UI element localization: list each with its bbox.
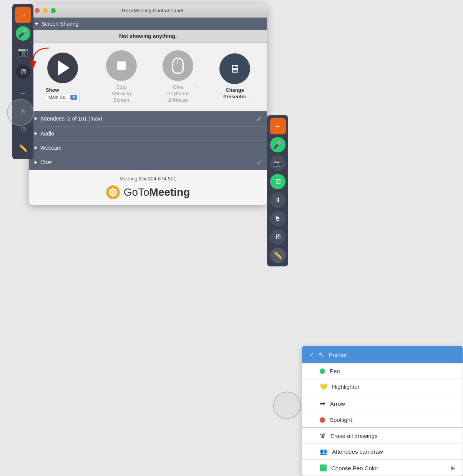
right-sidebar-btn-screen[interactable]: 🖥 (270, 174, 286, 190)
show-circle (47, 53, 78, 83)
drawing-tools-dropdown: ✓ ↖ Pointer Pen 💛 Highlighter ➡ Arrow Sp… (302, 346, 463, 476)
presenter-circle: 🖥 (219, 53, 250, 84)
sidebar-btn-pencil[interactable]: ✏️ (15, 140, 31, 156)
right-sidebar-btn-pencil[interactable]: ✏️ (270, 247, 286, 263)
attendees-draw-label: Attendees can draw (332, 448, 383, 455)
not-showing-text: Not showing anything. (119, 33, 177, 39)
right-sidebar-btn-video[interactable]: 📷 (270, 155, 286, 171)
checkmark-icon: ✓ (309, 351, 314, 359)
menu-item-arrow[interactable]: ➡ Arrow (302, 395, 463, 412)
screen-sharing-header: Screen Sharing (29, 18, 267, 30)
pointer-icon: ↖ (319, 350, 324, 359)
sharing-buttons-row: Show Main Sc... ▼ Stop Showing Screen ↙ … (29, 43, 267, 111)
pen-dot-icon (320, 369, 325, 374)
right-sidebar-btn-mic[interactable]: 🎤 (270, 137, 286, 153)
left-arrow-icon: ← (19, 89, 27, 98)
chat-row[interactable]: Chat ⤢ (29, 155, 267, 170)
close-button[interactable] (35, 8, 40, 13)
change-presenter-label: Change Presenter (223, 87, 246, 100)
svg-point-2 (112, 188, 114, 190)
chat-expand-icon[interactable]: ⤢ (256, 159, 261, 166)
collapse-triangle[interactable] (35, 23, 38, 25)
circle-magnifier-right (273, 392, 301, 419)
stop-icon (117, 61, 126, 70)
menu-item-spotlight[interactable]: Spotlight (302, 412, 463, 428)
svg-point-3 (112, 194, 114, 197)
right-sidebar-btn-pause[interactable]: ⏸ (270, 192, 286, 208)
menu-item-erase[interactable]: 🗑 Erase all drawings (302, 428, 463, 444)
arrow-right-icon: → (20, 11, 27, 19)
chat-expand[interactable] (35, 160, 37, 164)
pointer-label: Pointer (329, 352, 347, 358)
show-label: Show (46, 87, 59, 93)
right-sidebar-btn-back[interactable]: ← (270, 118, 286, 134)
menu-item-highlighter[interactable]: 💛 Highlighter (302, 379, 463, 395)
pencil-icon: ✏️ (19, 144, 27, 152)
arrow-label: Arrow (330, 400, 345, 407)
erase-label: Erase all drawings (330, 433, 378, 439)
right-pause-icon: ⏸ (274, 196, 281, 204)
presenter-icon: 🖥 (229, 63, 240, 75)
sidebar-btn-mic[interactable]: 🎤 (15, 25, 31, 41)
back-arrow-icon: ← (274, 122, 281, 131)
submenu-arrow-icon: ▶ (451, 464, 456, 471)
show-button[interactable]: Show Main Sc... ▼ (46, 53, 80, 101)
camera-icon: 📷 (18, 47, 28, 57)
attendees-expand-icon[interactable]: ⤢ (256, 115, 261, 122)
attendees-row: Attendees: 2 of 101 (max) ⤢ (29, 111, 267, 126)
sidebar-btn-arrow[interactable]: ← (15, 85, 31, 101)
right-sidebar-btn-mouse[interactable]: 🖱 (270, 210, 286, 226)
svg-point-8 (110, 193, 112, 195)
sidebar-btn-monitor[interactable]: 🖥 (15, 64, 31, 80)
screen-dropdown[interactable]: Main Sc... ▼ (46, 94, 80, 101)
dropdown-arrow[interactable]: ▼ (70, 95, 77, 100)
stop-showing-button[interactable]: Stop Showing Screen (106, 50, 137, 104)
webcam-row[interactable]: Webcam (29, 140, 267, 155)
logo-flower-icon (106, 185, 120, 199)
sidebar-btn-camera[interactable]: 📷 (15, 44, 31, 60)
gotomeeting-logo: GoToMeeting (35, 185, 261, 199)
give-keyboard-label: Give Keyboard & Mouse (168, 84, 189, 104)
screen2-icon: 🖥 (20, 126, 27, 134)
stop-circle (106, 50, 137, 81)
svg-point-5 (115, 191, 117, 193)
screen-sharing-label: Screen Sharing (41, 21, 79, 27)
sidebar-btn-screen2[interactable]: 🖥 (15, 122, 31, 138)
highlighter-label: Highlighter (332, 383, 360, 390)
meeting-footer: Meeting ID# 304-674-501 GoToMeeting (29, 170, 267, 205)
control-panel-window: GoToMeeting Control Panel Screen Sharing… (29, 4, 267, 205)
mouse-arrow-icon: ↙ (192, 77, 196, 83)
right-pencil-icon: ✏️ (274, 251, 282, 259)
monitor-icon: 🖥 (20, 68, 27, 76)
keyboard-circle: ↙ (163, 50, 193, 81)
webcam-expand[interactable] (35, 146, 37, 150)
chat-label: Chat (40, 159, 52, 165)
mouse-icon-btn (172, 58, 184, 74)
svg-point-6 (110, 189, 112, 191)
sidebar-btn-mouse[interactable]: 🖱 (15, 103, 31, 119)
pen-color-label: Choose Pen Color (331, 465, 378, 471)
menu-item-pen[interactable]: Pen (302, 364, 463, 379)
right-sidebar-btn-monitor[interactable]: 🖥 (270, 229, 286, 245)
webcam-label: Webcam (40, 145, 61, 151)
right-sidebar: ← 🎤 📷 🖥 ⏸ 🖱 🖥 ✏️ (267, 115, 288, 266)
pen-label: Pen (330, 368, 340, 374)
svg-point-1 (112, 191, 114, 193)
right-video-icon: 📷 (274, 160, 282, 167)
right-mic-icon: 🎤 (273, 140, 282, 149)
attendees-expand[interactable] (35, 117, 37, 121)
pen-color-swatch (320, 464, 327, 471)
highlighter-icon: 💛 (320, 383, 327, 390)
svg-point-4 (109, 191, 111, 193)
menu-item-pointer[interactable]: ✓ ↖ Pointer (302, 346, 463, 364)
menu-item-attendees-draw[interactable]: 👥 Attendees can draw (302, 444, 463, 460)
audio-label: Audio (40, 131, 54, 137)
sidebar-btn-go[interactable]: → (15, 7, 31, 23)
menu-item-pen-color[interactable]: Choose Pen Color ▶ (302, 460, 463, 476)
spotlight-dot-icon (320, 417, 325, 423)
give-keyboard-button[interactable]: ↙ Give Keyboard & Mouse (163, 50, 193, 104)
logo-meeting: Meeting (149, 186, 190, 198)
change-presenter-button[interactable]: 🖥 Change Presenter (219, 53, 250, 100)
audio-row[interactable]: Audio (29, 126, 267, 140)
audio-expand[interactable] (35, 132, 37, 136)
